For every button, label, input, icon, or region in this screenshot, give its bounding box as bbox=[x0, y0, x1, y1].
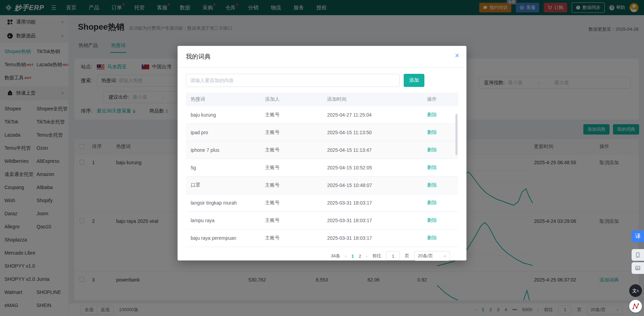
dictionary-table-header: 热搜词 添加人 添加时间 操作 bbox=[186, 92, 458, 106]
modal-page-1[interactable]: 1 bbox=[351, 254, 354, 259]
delete-link[interactable]: 删除 bbox=[427, 112, 437, 117]
delete-link[interactable]: 删除 bbox=[427, 217, 437, 223]
goto-label: 前往 bbox=[372, 253, 381, 259]
translate-button[interactable]: 译 bbox=[632, 230, 644, 242]
phone-icon bbox=[635, 252, 641, 258]
dictionary-row: lampu raya 主账号 2025-03-31 18:03:17 删除 bbox=[186, 212, 458, 229]
dictionary-row: baju raya perempuan 主账号 2025-03-31 18:03… bbox=[186, 229, 458, 247]
chevron-down-icon: ∨ bbox=[444, 254, 446, 258]
translate-extension-button[interactable]: 文A bbox=[629, 284, 642, 297]
modal-page-2[interactable]: 2 bbox=[359, 254, 361, 259]
col-keyword: 热搜词 bbox=[186, 96, 265, 102]
col-added-time: 添加时间 bbox=[327, 96, 427, 102]
dictionary-row: langsir tingkap murah 主账号 2025-03-31 18:… bbox=[186, 194, 458, 212]
add-keyword-row: 添加 bbox=[186, 74, 458, 87]
modal-pagination: 34条 ‹ 1 2 › 前往 页 20条/页 ∨ bbox=[186, 247, 458, 261]
dictionary-row: iphone 7 plus 主账号 2025-04-15 11:13:47 删除 bbox=[186, 141, 458, 159]
next-page-icon[interactable]: › bbox=[366, 254, 368, 259]
molecule-icon bbox=[632, 303, 640, 310]
modal-title: 我的词典 bbox=[186, 53, 211, 60]
dictionary-row: ipad pro 主账号 2025-04-15 11:13:50 删除 bbox=[186, 124, 458, 141]
add-keyword-button[interactable]: 添加 bbox=[404, 74, 424, 87]
new-keyword-input[interactable] bbox=[186, 74, 400, 87]
delete-link[interactable]: 删除 bbox=[427, 165, 437, 170]
modal-page-size-select[interactable]: 20条/页 ∨ bbox=[414, 251, 450, 261]
table-scrollbar[interactable] bbox=[455, 114, 457, 155]
frame-icon bbox=[635, 265, 641, 271]
my-dictionary-modal: 我的词典 ✕ 添加 热搜词 添加人 添加时间 操作 baju kurung 主账… bbox=[178, 46, 466, 260]
col-action: 操作 bbox=[427, 96, 458, 102]
delete-link[interactable]: 删除 bbox=[427, 129, 437, 135]
dictionary-table: 热搜词 添加人 添加时间 操作 baju kurung 主账号 2025-04-… bbox=[186, 92, 458, 247]
col-added-by: 添加人 bbox=[265, 96, 327, 102]
delete-link[interactable]: 删除 bbox=[427, 147, 437, 152]
dictionary-row: 口罩 主账号 2025-04-15 10:48:07 删除 bbox=[186, 177, 458, 194]
phone-widget-button[interactable] bbox=[632, 249, 644, 261]
delete-link[interactable]: 删除 bbox=[427, 235, 437, 240]
modal-goto-page-input[interactable] bbox=[386, 251, 400, 260]
close-icon[interactable]: ✕ bbox=[455, 52, 460, 59]
modal-body: 添加 热搜词 添加人 添加时间 操作 baju kurung 主账号 2025-… bbox=[178, 68, 466, 261]
modal-header: 我的词典 ✕ bbox=[178, 46, 466, 68]
capture-widget-button[interactable] bbox=[632, 262, 644, 274]
extension-button[interactable] bbox=[629, 300, 642, 313]
dictionary-row: 5g 主账号 2025-04-15 10:52:05 删除 bbox=[186, 159, 458, 177]
modal-total-count: 34条 bbox=[331, 253, 340, 259]
dictionary-row: baju kurung 主账号 2025-04-27 11:25:04 删除 bbox=[186, 106, 458, 124]
delete-link[interactable]: 删除 bbox=[427, 200, 437, 205]
page-unit-label: 页 bbox=[405, 253, 409, 259]
prev-page-icon[interactable]: ‹ bbox=[345, 254, 346, 259]
delete-link[interactable]: 删除 bbox=[427, 182, 437, 188]
